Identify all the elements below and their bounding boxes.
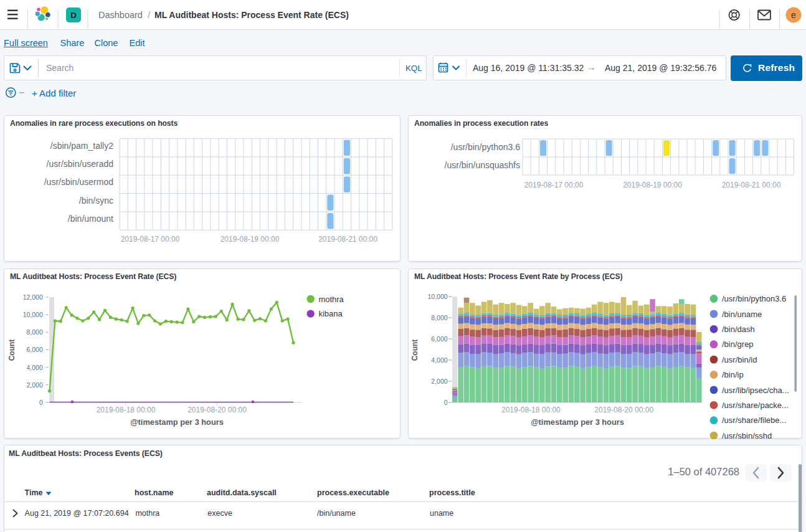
svg-text:2019-08-20 00:00: 2019-08-20 00:00 [187,406,247,414]
svg-text:12,000: 12,000 [23,293,43,301]
svg-text:4,000: 4,000 [27,364,43,371]
svg-text:2019-08-19 00:00: 2019-08-19 00:00 [220,235,280,244]
svg-text:/usr/share/packe...: /usr/share/packe... [722,401,789,410]
svg-text:2,000: 2,000 [431,378,447,385]
svg-text:2019-08-17 00:00: 2019-08-17 00:00 [524,181,584,189]
svg-text:8,000: 8,000 [431,314,447,321]
svg-text:@timestamp per 3 hours: @timestamp per 3 hours [531,417,624,427]
svg-text:0: 0 [444,399,448,406]
svg-text:D: D [70,11,77,20]
svg-text:/bin/sync: /bin/sync [79,196,113,206]
svg-text:4,000: 4,000 [431,356,447,364]
svg-text:@timestamp per 3 hours: @timestamp per 3 hours [130,417,224,427]
svg-text:/usr/sbin/usermod: /usr/sbin/usermod [44,177,113,187]
svg-text:/bin/dash: /bin/dash [722,325,755,334]
svg-text:2019-08-21 00:00: 2019-08-21 00:00 [318,235,377,244]
svg-text:mothra: mothra [318,295,344,304]
svg-text:/bin/grep: /bin/grep [722,340,754,349]
svg-text:kibana: kibana [318,309,343,318]
svg-text:/usr/sbin/useradd: /usr/sbin/useradd [47,159,113,169]
svg-text:6,000: 6,000 [431,335,447,343]
svg-text:/usr/bin/python3.6: /usr/bin/python3.6 [722,294,786,303]
svg-text:/usr/sbin/sshd: /usr/sbin/sshd [722,431,772,439]
svg-text:/sbin/pam_tally2: /sbin/pam_tally2 [50,141,113,151]
svg-text:2019-08-19 00:00: 2019-08-19 00:00 [623,181,682,189]
svg-text:10,000: 10,000 [23,311,43,318]
svg-text:/usr/bin/python3.6: /usr/bin/python3.6 [451,142,521,152]
svg-text:6,000: 6,000 [27,346,43,353]
svg-text:e: e [791,10,796,20]
svg-text:2019-08-18 00:00: 2019-08-18 00:00 [501,406,561,414]
svg-text:/usr/lib/ipsec/cha...: /usr/lib/ipsec/cha... [722,386,789,395]
svg-text:/bin/uname: /bin/uname [722,310,762,319]
svg-text:/usr/bin/unsquashfs: /usr/bin/unsquashfs [445,160,520,170]
svg-text:2019-08-20 00:00: 2019-08-20 00:00 [594,406,653,414]
svg-text:/bin/umount: /bin/umount [68,214,113,224]
svg-text:2019-08-17 00:00: 2019-08-17 00:00 [121,235,180,244]
svg-text:0: 0 [39,399,43,406]
svg-text:Count: Count [7,340,16,361]
svg-text:/usr/share/filebe...: /usr/share/filebe... [722,416,786,425]
svg-text:2019-08-18 00:00: 2019-08-18 00:00 [97,406,156,414]
svg-text:2,000: 2,000 [27,381,43,389]
svg-text:2019-08-21 00:00: 2019-08-21 00:00 [722,181,781,189]
svg-text:/bin/ip: /bin/ip [722,370,744,379]
svg-text:/usr/bin/id: /usr/bin/id [722,355,757,364]
svg-text:10,000: 10,000 [427,293,447,300]
svg-text:8,000: 8,000 [27,328,43,336]
svg-text:Count: Count [410,340,419,361]
